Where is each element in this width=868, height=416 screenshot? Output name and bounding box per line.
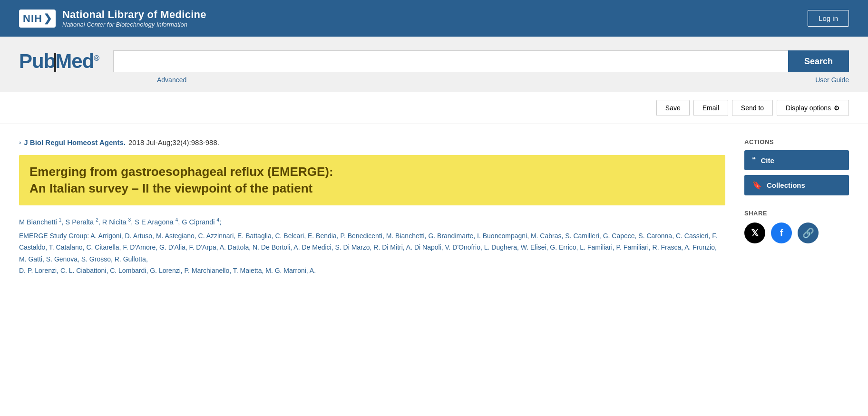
collections-label: Collections (767, 181, 805, 189)
journal-name[interactable]: J Biol Regul Homeost Agents. (24, 138, 126, 146)
author-sup-1: 1 (59, 217, 62, 223)
facebook-icon: f (780, 228, 783, 239)
share-facebook-button[interactable]: f (771, 223, 792, 243)
cite-label: Cite (761, 156, 774, 164)
article-title: Emerging from gastroesophageal reflux (E… (29, 164, 715, 197)
pubmed-logo: PubMed® (19, 50, 99, 73)
emerge-study-group-label: EMERGE Study Group: (19, 232, 90, 240)
article-section: › J Biol Regul Homeost Agents. 2018 Jul-… (19, 138, 725, 277)
author-sup-4b: 4 (217, 217, 220, 223)
search-row: PubMed® Search (19, 50, 849, 73)
nih-main-title: National Library of Medicine (62, 9, 206, 21)
share-label: SHARE (744, 210, 849, 217)
search-input-wrap: Search (113, 50, 849, 72)
author-group: EMERGE Study Group: A. Arrigoni, D. Artu… (19, 230, 725, 277)
nih-sub-title: National Center for Biotechnology Inform… (62, 21, 206, 28)
nih-logo: NIH ❯ National Library of Medicine Natio… (19, 9, 206, 28)
search-links: Advanced User Guide (19, 76, 849, 84)
actions-label: ACTIONS (744, 138, 849, 145)
share-icons: 𝕏 f 🔗 (744, 223, 849, 243)
pub-text: Pub (19, 50, 55, 72)
display-options-button[interactable]: Display options ⚙ (777, 100, 849, 116)
authors-main: M Bianchetti 1, S Peralta 2, R Nicita 3,… (19, 216, 725, 228)
main-content: › J Biol Regul Homeost Agents. 2018 Jul-… (0, 124, 868, 291)
user-guide-link[interactable]: User Guide (815, 76, 849, 84)
login-button[interactable]: Log in (808, 10, 849, 27)
advanced-link[interactable]: Advanced (157, 76, 186, 84)
quote-icon: “ (752, 155, 756, 165)
author-sup-3: 3 (128, 217, 131, 223)
sidebar: ACTIONS “ Cite 🔖 Collections SHARE 𝕏 f 🔗 (744, 138, 849, 277)
article-title-line2: An Italian survey – II the viewpoint of … (29, 181, 312, 195)
chevron-icon: › (19, 139, 21, 146)
author-r-nicita[interactable]: R Nicita (102, 218, 127, 226)
nih-title-block: National Library of Medicine National Ce… (62, 9, 206, 28)
collections-button[interactable]: 🔖 Collections (744, 175, 849, 195)
email-button[interactable]: Email (693, 100, 728, 116)
share-x-button[interactable]: 𝕏 (744, 223, 765, 243)
nih-arrow-icon: ❯ (43, 12, 52, 25)
author-sup-2: 2 (96, 217, 98, 223)
search-button[interactable]: Search (788, 50, 849, 72)
x-icon: 𝕏 (751, 227, 759, 239)
med-text: Med (55, 50, 94, 72)
gear-icon: ⚙ (834, 104, 840, 112)
display-options-label: Display options (786, 104, 831, 112)
author-se-aragona[interactable]: S E Aragona (135, 218, 173, 226)
author-s-peralta[interactable]: S Peralta (65, 218, 94, 226)
nih-badge: NIH ❯ (19, 10, 56, 28)
emerge-study-group-names: A. Arrigoni, D. Artuso, M. Astegiano, C.… (19, 232, 717, 263)
journal-reference: › J Biol Regul Homeost Agents. 2018 Jul-… (19, 138, 725, 146)
search-area: PubMed® Search Advanced User Guide (0, 37, 868, 92)
author-g-ciprandi[interactable]: G Ciprandi (182, 218, 215, 226)
author-m-bianchetti[interactable]: M Bianchetti (19, 218, 57, 226)
share-link-button[interactable]: 🔗 (798, 223, 819, 243)
top-header: NIH ❯ National Library of Medicine Natio… (0, 0, 868, 37)
bookmark-icon: 🔖 (752, 180, 762, 190)
cite-button[interactable]: “ Cite (744, 150, 849, 170)
toolbar: Save Email Send to Display options ⚙ (0, 92, 868, 124)
nih-text: NIH (23, 12, 42, 25)
send-to-button[interactable]: Send to (732, 100, 773, 116)
author-sup-4a: 4 (176, 217, 178, 223)
search-input[interactable] (113, 50, 788, 72)
article-title-block: Emerging from gastroesophageal reflux (E… (19, 155, 725, 205)
save-button[interactable]: Save (656, 100, 690, 116)
emerge-more-authors: D. P. Lorenzi, C. L. Ciabattoni, C. Lomb… (19, 267, 316, 274)
journal-info: 2018 Jul-Aug;32(4):983-988. (128, 138, 219, 146)
article-title-line1: Emerging from gastroesophageal reflux (E… (29, 164, 333, 179)
link-icon: 🔗 (802, 227, 814, 239)
registered-mark: ® (94, 54, 99, 62)
